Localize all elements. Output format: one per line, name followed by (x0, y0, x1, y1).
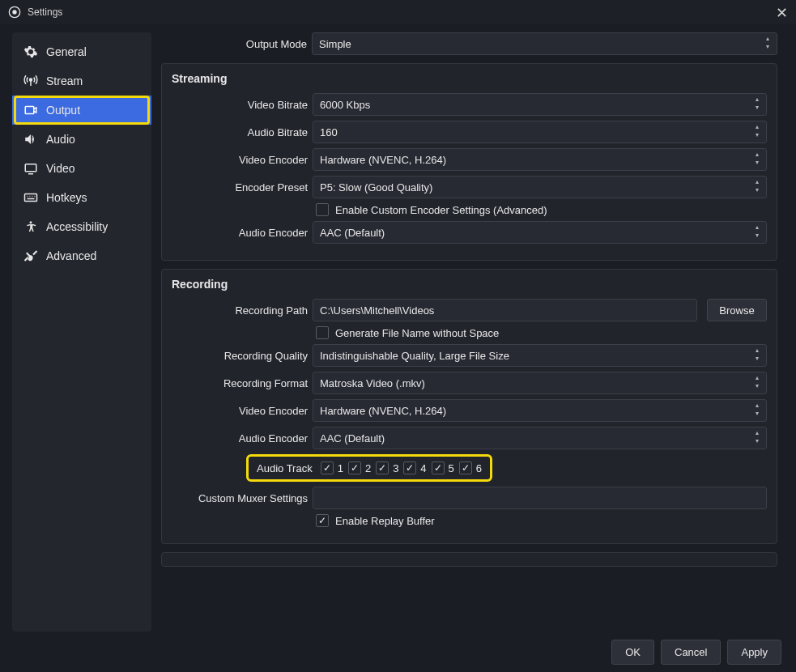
track-6-checkbox[interactable] (459, 461, 472, 474)
spinner-icon[interactable]: ▴▾ (751, 96, 763, 112)
audio-encoder-select[interactable]: AAC (Default)▴▾ (313, 221, 767, 244)
browse-button[interactable]: Browse (707, 299, 767, 321)
accessibility-icon (23, 219, 38, 234)
audio-bitrate-select[interactable]: 160▴▾ (313, 121, 767, 143)
recording-quality-label: Recording Quality (172, 350, 308, 362)
svg-point-6 (30, 221, 32, 223)
custom-encoder-checkbox[interactable] (316, 203, 329, 216)
video-encoder-select[interactable]: Hardware (NVENC, H.264)▴▾ (313, 148, 767, 171)
track-4-checkbox[interactable] (403, 461, 416, 474)
encoder-preset-select[interactable]: P5: Slow (Good Quality)▴▾ (313, 176, 767, 198)
output-mode-label: Output Mode (161, 38, 307, 50)
rec-audio-encoder-label: Audio Encoder (172, 432, 308, 444)
replay-buffer-panel (161, 552, 777, 567)
sidebar-label: Audio (46, 133, 75, 146)
svg-rect-3 (25, 107, 34, 114)
recording-quality-select[interactable]: Indistinguishable Quality, Large File Si… (313, 344, 767, 367)
custom-encoder-label: Enable Custom Encoder Settings (Advanced… (335, 204, 547, 216)
sidebar-item-stream[interactable]: Stream (12, 66, 151, 96)
apply-button[interactable]: Apply (727, 640, 781, 665)
dialog-footer: OK Cancel Apply (0, 632, 796, 672)
sidebar-label: Hotkeys (46, 191, 87, 204)
audio-encoder-label: Audio Encoder (172, 227, 308, 239)
svg-point-1 (12, 10, 16, 14)
sidebar-item-video[interactable]: Video (12, 154, 151, 183)
rec-video-encoder-select[interactable]: Hardware (NVENC, H.264)▴▾ (313, 399, 767, 422)
chevron-updown-icon: ▴▾ (751, 223, 763, 240)
recording-path-label: Recording Path (172, 304, 308, 317)
sidebar-label: General (46, 45, 87, 58)
streaming-title: Streaming (172, 72, 767, 85)
svg-rect-4 (25, 164, 36, 172)
video-encoder-label: Video Encoder (172, 154, 308, 166)
keyboard-icon (23, 190, 38, 205)
recording-format-label: Recording Format (172, 377, 308, 389)
settings-sidebar: General Stream Output Audio Video Hotkey… (12, 32, 151, 632)
svg-rect-5 (25, 194, 37, 202)
audio-track-label: Audio Track (257, 462, 313, 474)
track-3-checkbox[interactable] (376, 461, 389, 474)
replay-buffer-checkbox[interactable] (316, 514, 329, 527)
antenna-icon (23, 74, 38, 88)
chevron-updown-icon: ▴▾ (751, 178, 763, 194)
rec-video-encoder-label: Video Encoder (172, 405, 308, 417)
video-bitrate-label: Video Bitrate (172, 99, 308, 111)
app-logo-icon (8, 6, 21, 19)
output-icon (23, 103, 38, 117)
tools-icon (23, 249, 38, 263)
chevron-updown-icon: ▴▾ (751, 151, 763, 167)
replay-buffer-label: Enable Replay Buffer (335, 515, 435, 527)
sidebar-item-advanced[interactable]: Advanced (12, 241, 151, 270)
streaming-panel: Streaming Video Bitrate 6000 Kbps▴▾ Audi… (161, 63, 777, 261)
sidebar-label: Video (46, 162, 75, 175)
ok-button[interactable]: OK (611, 640, 654, 665)
recording-format-select[interactable]: Matroska Video (.mkv)▴▾ (313, 372, 767, 394)
chevron-updown-icon: ▴▾ (751, 123, 763, 139)
main-panel: Output Mode Simple ▴▾ Streaming Video Bi… (161, 32, 784, 632)
sidebar-item-output[interactable]: Output (12, 96, 151, 125)
audio-track-highlight: Audio Track 1 2 3 4 5 6 (246, 454, 492, 482)
muxer-label: Custom Muxer Settings (172, 492, 308, 504)
recording-path-input[interactable]: C:\Users\Mitchell\Videos (313, 299, 697, 321)
sidebar-item-hotkeys[interactable]: Hotkeys (12, 183, 151, 212)
gear-icon (23, 45, 38, 59)
sidebar-label: Output (46, 104, 80, 117)
window-title: Settings (28, 6, 62, 18)
filename-nospace-checkbox[interactable] (316, 326, 329, 339)
video-bitrate-input[interactable]: 6000 Kbps▴▾ (313, 93, 767, 116)
sidebar-label: Stream (46, 74, 83, 87)
chevron-updown-icon: ▴▾ (751, 347, 763, 363)
close-button[interactable]: ✕ (776, 4, 788, 22)
muxer-input[interactable] (313, 487, 767, 509)
cancel-button[interactable]: Cancel (661, 640, 721, 665)
svg-point-2 (30, 79, 32, 81)
recording-title: Recording (172, 278, 767, 291)
filename-nospace-label: Generate File Name without Space (335, 327, 499, 339)
audio-bitrate-label: Audio Bitrate (172, 126, 308, 138)
sidebar-label: Advanced (46, 249, 96, 262)
recording-panel: Recording Recording Path C:\Users\Mitche… (161, 269, 777, 544)
speaker-icon (23, 132, 38, 147)
chevron-updown-icon: ▴▾ (751, 402, 763, 418)
track-5-checkbox[interactable] (432, 461, 445, 474)
chevron-updown-icon: ▴▾ (762, 35, 773, 51)
title-bar: Settings ✕ (0, 0, 796, 24)
chevron-updown-icon: ▴▾ (751, 374, 763, 390)
sidebar-item-general[interactable]: General (12, 37, 151, 66)
sidebar-item-accessibility[interactable]: Accessibility (12, 212, 151, 241)
monitor-icon (23, 161, 38, 176)
chevron-updown-icon: ▴▾ (751, 429, 763, 445)
track-1-checkbox[interactable] (321, 461, 334, 474)
output-mode-select[interactable]: Simple ▴▾ (312, 32, 777, 55)
encoder-preset-label: Encoder Preset (172, 181, 308, 194)
sidebar-item-audio[interactable]: Audio (12, 125, 151, 154)
sidebar-label: Accessibility (46, 220, 108, 233)
rec-audio-encoder-select[interactable]: AAC (Default)▴▾ (313, 427, 767, 449)
track-2-checkbox[interactable] (348, 461, 361, 474)
